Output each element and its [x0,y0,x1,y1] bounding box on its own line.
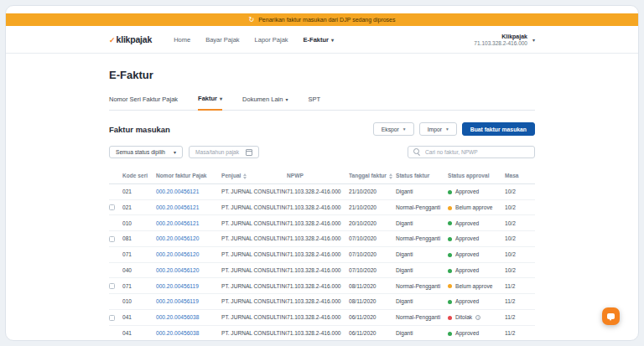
klikpajak-logo[interactable]: ✓ klikpajak [109,34,152,44]
row-checkbox[interactable] [109,283,115,289]
cell-status-approval: Approved [448,215,505,231]
column-header-tanggal-faktur[interactable]: Tanggal faktur [349,168,396,183]
cell-status-faktur: Normal-Pengganti [396,309,448,325]
status-dot-icon [448,316,452,320]
nav-item-home[interactable]: Home [174,36,190,44]
tab-faktur[interactable]: Faktur ▾ [198,95,222,111]
faktur-number-link[interactable]: 000.20.00456119 [156,283,199,289]
column-header-masa: Masa [505,168,535,183]
impor-button[interactable]: Impor ▾ [419,122,457,136]
cell-npwp: 71.103.328.2-416.000 [287,199,349,215]
main-content: E-Faktur Nomor Seri Faktur Pajak Faktur … [109,54,535,341]
cell-masa: 10/2 [505,246,535,262]
faktur-number-link[interactable]: 000.20.00456121 [156,220,199,226]
cell-tanggal-faktur: 07/10/2020 [349,231,396,247]
status-dot-icon [448,237,452,241]
cell-kode-seri: 010 [122,215,156,231]
table-row[interactable]: 041 000.20.00456038 PT. JURNAL CONSULTIN… [109,325,535,341]
chevron-down-icon: ▾ [174,149,176,155]
row-checkbox[interactable] [109,315,115,321]
row-checkbox[interactable] [109,236,115,242]
account-npwp: 71.103.328.2-416.000 [474,40,527,46]
cell-status-approval: Belum approve [448,278,505,294]
cell-kode-seri: 041 [122,325,156,341]
cell-penjual: PT. JURNAL CONSULTING [221,294,287,310]
column-header-kode-seri: Kode seri [122,168,156,183]
cell-npwp: 71.103.328.2-416.000 [287,294,349,310]
ekspor-button[interactable]: Ekspor ▾ [373,122,414,136]
tab-nomor-seri-faktur-pajak[interactable]: Nomor Seri Faktur Pajak [109,95,178,110]
cell-penjual: PT. JURNAL CONSULTING [221,262,287,278]
faktur-number-link[interactable]: 000.20.00456120 [156,235,199,241]
cell-status-approval: Ditolaki [448,309,505,325]
column-header-npwp: NPWP [287,168,349,183]
logo-check-icon: ✓ [109,36,116,44]
cell-status-faktur: Normal-Pengganti [396,231,448,247]
nav-item-efaktur[interactable]: E-Faktur ▾ [304,36,334,44]
cell-masa: 11/2 [505,278,535,294]
faktur-number-link[interactable]: 000.20.00456120 [156,251,199,257]
cell-kode-seri: 021 [122,183,156,199]
masa-tahun-pajak-picker[interactable]: Masa/tahun pajak [189,146,259,158]
table-row[interactable]: 010 000.20.00456121 PT. JURNAL CONSULTIN… [109,215,535,231]
table-row[interactable]: 081 000.20.00456120 PT. JURNAL CONSULTIN… [109,231,535,247]
faktur-number-link[interactable]: 000.20.00456038 [156,314,199,320]
table-row[interactable]: 021 000.20.00456121 PT. JURNAL CONSULTIN… [109,183,535,199]
cell-masa: 10/2 [505,199,535,215]
status-filter-select[interactable]: Semua status dipilih ▾ [109,146,183,158]
app-window: ↻ Penarikan faktur masukan dari DJP seda… [5,5,639,341]
cell-kode-seri: 081 [122,231,156,247]
info-icon[interactable]: i [475,315,480,320]
cell-masa: 10/2 [505,183,535,199]
faktur-number-link[interactable]: 000.20.00456120 [156,267,199,273]
faktur-number-link[interactable]: 000.20.00456119 [156,298,199,304]
row-checkbox[interactable] [109,204,115,210]
cell-kode-seri: 040 [122,262,156,278]
account-name: Klikpajak [474,34,527,39]
tab-spt[interactable]: SPT [308,95,320,110]
cell-status-faktur: Diganti [396,294,448,310]
table-row[interactable]: 040 000.20.00456120 PT. JURNAL CONSULTIN… [109,262,535,278]
column-header-penjual[interactable]: Penjual [221,168,287,183]
table-row[interactable]: 021 000.20.00456121 PT. JURNAL CONSULTIN… [109,199,535,215]
cell-status-faktur: Diganti [396,183,448,199]
status-dot-icon [448,284,452,288]
cell-npwp: 71.103.328.2-416.000 [287,231,349,247]
chevron-down-icon: ▾ [446,127,449,132]
account-menu[interactable]: Klikpajak 71.103.328.2-416.000 ▾ [474,34,535,46]
cell-npwp: 71.103.328.2-416.000 [287,309,349,325]
column-header-status-approval: Status approval [448,168,505,183]
table-row[interactable]: 041 000.20.00456038 PT. JURNAL CONSULTIN… [109,309,535,325]
table-row[interactable]: 071 000.20.00456120 PT. JURNAL CONSULTIN… [109,246,535,262]
cell-masa: 10/2 [505,231,535,247]
status-dot-icon [448,332,452,336]
column-header-nomor-faktur: Nomor faktur Pajak [156,168,221,183]
table-row[interactable]: 010 000.20.00456119 PT. JURNAL CONSULTIN… [109,294,535,310]
search-input[interactable] [425,149,529,155]
buat-faktur-masukan-button[interactable]: Buat faktur masukan [462,122,535,136]
chat-button[interactable] [602,307,620,325]
chevron-down-icon: ▾ [220,96,222,101]
faktur-number-link[interactable]: 000.20.00456121 [156,204,199,210]
sort-icon[interactable] [389,173,392,179]
status-dot-icon [448,253,452,257]
app-header: ✓ klikpajak Home Bayar Pajak Lapor Pajak… [6,26,638,54]
sort-icon[interactable] [243,173,247,179]
nav-item-lapor-pajak[interactable]: Lapor Pajak [255,36,288,44]
cell-penjual: PT. JURNAL CONSULTING [221,325,287,341]
faktur-number-link[interactable]: 000.20.00456121 [156,188,199,194]
table-row[interactable]: 071 000.20.00456119 PT. JURNAL CONSULTIN… [109,278,535,294]
cell-tanggal-faktur: 08/11/2020 [349,294,396,310]
cell-status-approval: Approved [448,183,505,199]
cell-penjual: PT. JURNAL CONSULTING [221,278,287,294]
status-dot-icon [448,300,452,304]
status-dot-icon [448,190,452,194]
cell-status-approval: Belum approve [448,199,505,215]
cell-masa: 11/2 [505,309,535,325]
faktur-table: Kode seri Nomor faktur Pajak Penjual NPW… [109,168,535,341]
faktur-number-link[interactable]: 000.20.00456038 [156,330,199,336]
calendar-icon [246,149,252,156]
nav-item-bayar-pajak[interactable]: Bayar Pajak [205,36,239,44]
tab-dokumen-lain[interactable]: Dokumen Lain ▾ [242,95,288,110]
cell-npwp: 71.103.328.2-416.000 [287,325,349,341]
